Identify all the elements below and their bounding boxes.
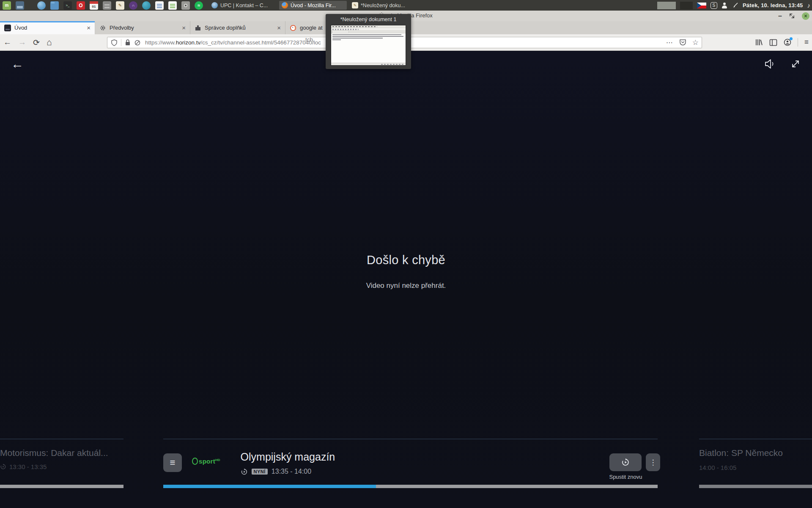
divider bbox=[699, 439, 812, 439]
restart-label: Spustit znovu bbox=[595, 474, 656, 480]
current-program-time: 13:35 - 14:00 bbox=[272, 468, 311, 475]
tab-close-icon[interactable]: × bbox=[181, 24, 187, 31]
horizon-tv-icon bbox=[4, 25, 11, 31]
music-note-icon[interactable]: ♪ bbox=[807, 2, 811, 9]
next-progress-bar bbox=[699, 485, 812, 488]
screenshot-tool-icon[interactable] bbox=[181, 1, 190, 10]
permissions-icon[interactable] bbox=[134, 39, 141, 46]
library-icon[interactable] bbox=[755, 39, 763, 46]
taskbar-window-label: *Neuložený doku... bbox=[361, 3, 405, 8]
chromium-icon[interactable] bbox=[37, 1, 46, 10]
previous-program: Motorismus: Dakar aktuál... 13:30 - 13:3… bbox=[0, 448, 123, 470]
keyboard-indicator-icon[interactable]: S bbox=[710, 2, 717, 9]
tab-label: Předvolby bbox=[110, 25, 178, 31]
media-player-icon[interactable] bbox=[142, 1, 151, 10]
player-viewport: ← Došlo k chybě Video nyní nelze přehrát… bbox=[0, 51, 812, 508]
firefox-icon bbox=[282, 2, 288, 8]
system-taskbar: m >_ O 01 ✎ ∩ ≋ UPC | Kontakt – C... Úvo… bbox=[0, 0, 812, 11]
tab-label: Správce doplňků bbox=[205, 25, 273, 31]
tab-label: Úvod bbox=[14, 25, 82, 31]
now-badge: NYNÍ bbox=[252, 469, 268, 475]
restart-icon bbox=[241, 468, 248, 475]
upc-globe-icon bbox=[211, 2, 218, 8]
calculator-icon[interactable] bbox=[103, 1, 111, 10]
channel-logo-mark bbox=[192, 458, 198, 465]
spotify-icon[interactable]: ≋ bbox=[195, 1, 203, 10]
audio-player-icon[interactable]: ∩ bbox=[129, 1, 137, 10]
tab-close-icon[interactable]: × bbox=[86, 24, 91, 31]
taskbar-window-label: Úvod - Mozilla Fir... bbox=[291, 3, 336, 8]
page-actions-icon[interactable]: ⋯ bbox=[666, 39, 673, 47]
player-back-icon[interactable]: ← bbox=[11, 58, 24, 70]
sidebars-icon[interactable] bbox=[769, 39, 777, 46]
duckduckgo-icon bbox=[290, 25, 296, 31]
next-program-time: 14:00 - 16:05 bbox=[699, 464, 736, 471]
channel-name: sport bbox=[199, 458, 215, 465]
thumbnail-text bbox=[331, 33, 406, 42]
url-text[interactable]: https://www.horizon.tv/cs_cz/tv/channel-… bbox=[145, 39, 698, 46]
show-desktop-icon[interactable] bbox=[16, 1, 24, 10]
tab-predvolby[interactable]: Předvolby × bbox=[95, 21, 190, 34]
tab-close-icon[interactable]: × bbox=[276, 24, 282, 31]
color-swatch-icon[interactable] bbox=[657, 2, 676, 9]
taskbar-window-firefox[interactable]: Úvod - Mozilla Fir... bbox=[279, 1, 347, 10]
text-editor-icon: ✎ bbox=[352, 2, 358, 8]
restart-button[interactable] bbox=[609, 453, 642, 471]
current-progress-bar[interactable] bbox=[163, 485, 658, 488]
desktop: m >_ O 01 ✎ ∩ ≋ UPC | Kontakt – C... Úvo… bbox=[0, 0, 812, 508]
channel-quality: HD bbox=[215, 458, 220, 462]
user-icon[interactable] bbox=[721, 3, 727, 8]
hamburger-menu-icon[interactable]: ≡ bbox=[804, 38, 809, 47]
tab-spravce-doplnku[interactable]: Správce doplňků × bbox=[190, 21, 285, 34]
forward-icon[interactable]: → bbox=[18, 38, 26, 47]
more-options-button[interactable]: ⋮ bbox=[646, 453, 660, 471]
divider bbox=[163, 439, 658, 439]
popup-title: *Neuložený dokument 1 bbox=[326, 17, 411, 22]
next-program: Biatlon: SP Německo 14:00 - 16:05 bbox=[699, 448, 812, 471]
fullscreen-icon[interactable] bbox=[790, 58, 801, 69]
home-icon[interactable]: ⌂ bbox=[47, 37, 52, 47]
gear-icon bbox=[99, 25, 106, 31]
restore-button[interactable] bbox=[789, 13, 795, 19]
mint-menu-icon[interactable]: m bbox=[3, 1, 11, 10]
lock-icon[interactable] bbox=[125, 39, 131, 46]
libreoffice-writer-icon[interactable] bbox=[155, 1, 164, 10]
next-program-title: Biatlon: SP Německo bbox=[699, 448, 812, 458]
url-text-tail: tch bbox=[305, 36, 313, 43]
tray-clock[interactable]: Pátek, 10. ledna, 13:45 bbox=[743, 2, 803, 8]
file-manager-icon[interactable] bbox=[50, 1, 59, 10]
paintbrush-icon[interactable] bbox=[732, 2, 738, 9]
back-icon[interactable]: ← bbox=[3, 38, 11, 47]
window-preview-popup: *Neuložený dokument 1 bbox=[326, 14, 411, 69]
document-thumbnail bbox=[331, 25, 406, 66]
calendar-icon[interactable]: 01 bbox=[90, 1, 98, 10]
terminal-icon[interactable]: >_ bbox=[63, 1, 72, 10]
error-message: Video nyní nelze přehrát. bbox=[0, 282, 812, 290]
reload-icon[interactable]: ⟳ bbox=[33, 38, 40, 47]
restart-icon bbox=[0, 464, 6, 470]
close-button[interactable]: × bbox=[802, 12, 809, 20]
taskbar-window-document[interactable]: ✎ *Neuložený doku... bbox=[349, 1, 417, 10]
shield-icon[interactable] bbox=[111, 39, 118, 46]
taskbar-window-label: UPC | Kontakt – C... bbox=[220, 3, 268, 8]
puzzle-icon bbox=[195, 25, 201, 31]
window-button-area: UPC | Kontakt – C... Úvod - Mozilla Fir.… bbox=[209, 1, 417, 10]
taskbar-window-upc[interactable]: UPC | Kontakt – C... bbox=[209, 1, 277, 10]
text-editor-icon[interactable]: ✎ bbox=[116, 1, 124, 10]
opera-icon[interactable]: O bbox=[77, 1, 85, 10]
launcher-area: m >_ O 01 ✎ ∩ ≋ bbox=[0, 1, 203, 10]
current-program-title: Olympijský magazín bbox=[241, 451, 335, 463]
volume-icon[interactable] bbox=[764, 58, 776, 69]
bookmark-star-icon[interactable]: ☆ bbox=[692, 38, 699, 47]
playlist-menu-button[interactable]: ≡ bbox=[163, 453, 182, 472]
pocket-icon[interactable] bbox=[679, 39, 686, 46]
account-icon[interactable] bbox=[784, 39, 791, 46]
previous-progress-bar bbox=[0, 485, 123, 488]
restart-icon bbox=[621, 458, 630, 467]
tab-uvod[interactable]: Úvod × bbox=[0, 21, 95, 34]
thumbnail-toolbar bbox=[331, 28, 406, 31]
czech-flag-icon[interactable] bbox=[697, 3, 706, 8]
libreoffice-calc-icon[interactable] bbox=[168, 1, 177, 10]
minimize-button[interactable]: – bbox=[778, 14, 782, 18]
dark-swatch-icon[interactable] bbox=[680, 2, 693, 9]
